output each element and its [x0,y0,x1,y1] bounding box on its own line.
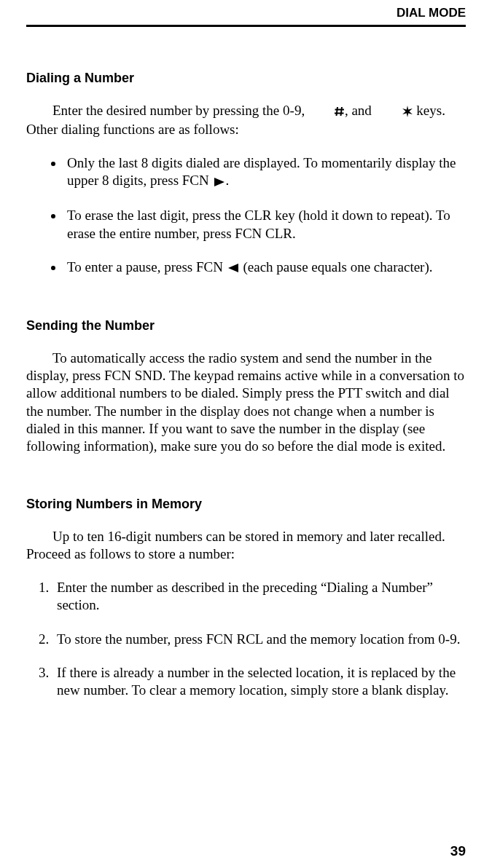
para-sending: To automatically access the radio system… [26,350,466,456]
list-item: If there is already a number in the sele… [52,664,466,700]
text-fragment: Enter the desired number by pressing the… [52,103,308,118]
header-title: DIAL MODE [397,6,466,20]
bullet-list-dialing: Only the last 8 digits dialed are displa… [26,154,466,277]
list-item: Enter the number as described in the pre… [52,579,466,615]
para-storing-intro: Up to ten 16-digit numbers can be stored… [26,528,466,564]
ordered-list-storing: Enter the number as described in the pre… [26,579,466,700]
header-rule [26,25,466,27]
hash-icon [308,101,345,119]
list-item: To store the number, press FCN RCL and t… [52,631,466,648]
bullet-item: To erase the last digit, press the CLR k… [64,207,466,242]
text-fragment: (each pause equals one character). [240,259,433,275]
text-fragment: . [226,173,230,188]
right-triangle-icon [213,172,226,189]
heading-sending: Sending the Number [26,318,466,334]
text-fragment: , and [345,103,375,118]
page-content: DIAL MODE Dialing a Number Enter the des… [0,0,492,700]
page-header: DIAL MODE [26,0,466,25]
asterisk-icon [375,101,413,119]
svg-marker-5 [214,178,224,186]
heading-storing: Storing Numbers in Memory [26,497,466,512]
text-fragment: To enter a pause, press FCN [67,259,227,275]
text-fragment: Only the last 8 digits dialed are displa… [67,155,456,188]
svg-marker-4 [402,106,413,117]
svg-marker-6 [228,264,238,272]
para-dialing-intro: Enter the desired number by pressing the… [26,102,466,138]
heading-dialing: Dialing a Number [26,71,466,86]
svg-line-1 [340,107,342,116]
page-number: 39 [450,843,466,859]
bullet-item: To enter a pause, press FCN (each pause … [64,259,466,277]
left-triangle-icon [227,258,240,275]
svg-line-0 [336,107,337,116]
bullet-item: Only the last 8 digits dialed are displa… [64,154,466,191]
